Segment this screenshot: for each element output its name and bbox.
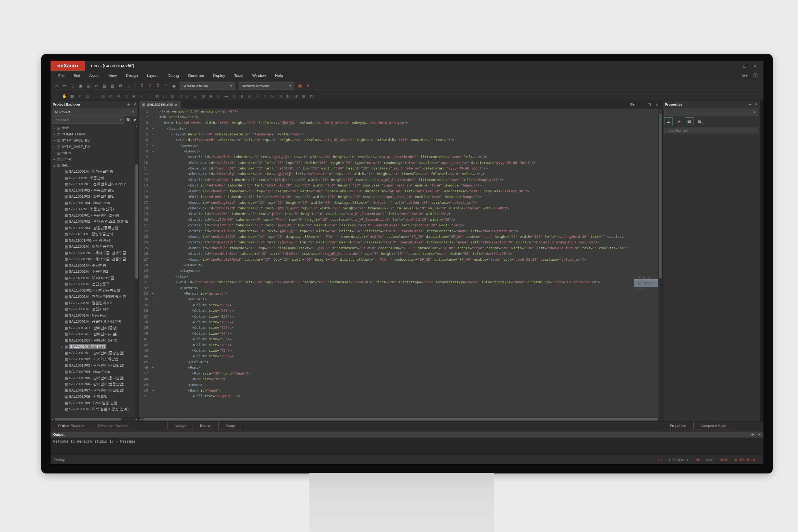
tree-item[interactable]: ▦SAL1002P02 - 부재중 리스트 조회 팝 <box>51 218 138 225</box>
menu-edit[interactable]: Edit <box>69 71 84 80</box>
debug-browser-icon[interactable]: ▣ <box>297 82 304 89</box>
search-icon[interactable]: 🔍 <box>126 118 131 122</box>
tree-item[interactable]: ▦SAL12001P02 - 체적수금- 건물수금 <box>51 256 138 263</box>
tree-item[interactable]: ▦SAL1001M - 주문관리 <box>51 175 138 181</box>
deploy-launch-icon[interactable]: ↧ <box>155 82 162 89</box>
db-object-icon[interactable]: ▮ <box>238 93 245 99</box>
code-line[interactable]: 37 <Column size="150"/> <box>139 314 658 319</box>
editor-minimize-icon[interactable]: — <box>639 103 643 107</box>
tree-item[interactable]: ▦SAL2001P05 - 판매관리(용기팝업) <box>51 375 138 381</box>
tab-design[interactable]: Design <box>167 422 193 430</box>
code-line[interactable]: 35 <Column size="80"/> <box>139 302 658 308</box>
popupdiv-icon[interactable]: ◱ <box>192 93 199 99</box>
tree-item[interactable]: ▦SAL15001M - 검침값등록 <box>51 281 138 288</box>
tab-list-icon[interactable]: ☰▾ <box>630 103 634 107</box>
code-line[interactable]: 44 <Column size="150"/> <box>139 353 658 359</box>
script-object-icon[interactable]: ◵ <box>246 93 253 99</box>
menu-layout[interactable]: Layout <box>142 71 163 80</box>
imageviewer-icon[interactable]: ◳ <box>215 93 222 99</box>
calendar-icon[interactable]: ▣ <box>208 93 214 99</box>
tree-item[interactable]: ▦SAL15001P01 - 검침값등록팝업 <box>51 287 138 294</box>
frame2-icon[interactable]: ◷ <box>277 93 284 99</box>
close-icon[interactable]: ✕ <box>758 433 761 437</box>
tab-resource-explorer[interactable]: Resource Explorer <box>91 422 135 430</box>
listbox-icon[interactable]: ☰ <box>146 93 153 99</box>
code-editor[interactable]: 1<?xml version="1.0" encoding="utf-8"?>2… <box>139 109 658 417</box>
tree-item[interactable]: ▦SAL20001M - 공급대비 사용현황 <box>51 319 138 325</box>
screen-type-dropdown[interactable]: ScreenDeskTop▼ <box>180 82 235 90</box>
code-line[interactable]: 41 <Column size="60"/> <box>139 336 658 342</box>
menu-design[interactable]: Design <box>121 71 142 80</box>
tree-item[interactable]: ▦SAL13001M - 수금현황 <box>51 262 138 269</box>
code-line[interactable]: 15 <Combo id="cboWhCd" taborder="6" top=… <box>139 188 658 194</box>
code-line[interactable]: 3− <Form id="SAL2001M" width="1600" heig… <box>139 120 658 126</box>
tree-item[interactable]: ▦SAL2001D02 - 판매관리(시설) <box>51 331 138 338</box>
code-line[interactable]: 23 <Combo id="cboSaleSfCd" taborder="14"… <box>139 234 658 240</box>
tree-item[interactable]: ▸▤portlet <box>51 156 138 163</box>
tree-item[interactable]: ▸▦SAL2001M - 판매관리 <box>51 344 138 350</box>
tree-item[interactable]: ▦SAL1002M - 주문관리(신규) <box>51 206 138 212</box>
code-line[interactable]: 47 <Row size="30" band="head"/> <box>139 370 658 376</box>
code-line[interactable]: 46− <Rows> <box>139 365 658 370</box>
tree-item[interactable]: ▦SAL2001P07 - 판매관리(시설팝업) <box>51 387 138 394</box>
new-file-icon[interactable]: ▯ <box>69 82 76 89</box>
code-line[interactable]: 24 <Static id="staSalDt01" taborder="15"… <box>139 240 658 245</box>
tab-close-icon[interactable]: ✕ <box>174 103 177 107</box>
build-launch-icon[interactable]: ↧ <box>147 82 153 89</box>
tree-item[interactable]: ▤exlUrl <box>51 150 138 156</box>
save-all-icon[interactable]: ▤ <box>85 82 92 89</box>
open-project-icon[interactable]: ▱ <box>53 82 60 89</box>
menu-view[interactable]: View <box>104 71 121 80</box>
tree-item[interactable]: ▸▤SYTM_BASE_PM <box>51 144 138 150</box>
div-icon[interactable]: ⊡ <box>184 93 191 99</box>
minimize-button[interactable]: – <box>734 63 736 68</box>
close-icon[interactable]: ✕ <box>133 102 136 107</box>
code-line[interactable]: 25 <Combo id="cboSfCd" taborder="16" top… <box>139 245 658 251</box>
code-line[interactable]: 34− <Columns> <box>139 296 658 302</box>
copy-icon[interactable]: ▥ <box>101 82 108 89</box>
grid-find-icon[interactable]: ◫ <box>122 93 130 99</box>
close-button[interactable]: ✕ <box>753 63 757 68</box>
tab-computed-style[interactable]: Computed Style <box>694 422 733 430</box>
project-search-input[interactable]: Input text▼ <box>52 116 125 124</box>
properties-filter-input[interactable]: Input filter text <box>664 127 758 134</box>
xml-datas-icon[interactable]: ▨ <box>200 93 207 99</box>
toolbar-overflow-icon[interactable]: ☰▾ <box>742 73 748 78</box>
tree-item[interactable]: ▦SAL18001M - 검침지시서 <box>51 306 138 312</box>
code-line[interactable]: 30 </Div> <box>139 274 658 279</box>
tree-item[interactable]: ▦SAL1001P02 - 품목조회팝업 <box>51 187 138 194</box>
lock-icon[interactable]: ◩ <box>308 93 315 99</box>
filter-icon[interactable]: ▼ <box>133 118 137 122</box>
code-line[interactable]: 9 <Static id="staSalDt" taborder="0" tex… <box>139 154 658 159</box>
menu-file[interactable]: File <box>54 71 69 80</box>
tree-horizontal-scrollbar[interactable]: ◀ ▶ <box>51 417 138 421</box>
tree-grid-icon[interactable]: ▧ <box>169 93 176 99</box>
property-pages-icon[interactable]: ▤ <box>685 117 694 125</box>
code-line[interactable]: 45 </Columns> <box>139 359 658 365</box>
export-icon[interactable]: ↥ <box>262 93 268 99</box>
tree-item[interactable]: ▦SAL17001M - 일일집계표2 <box>51 300 138 306</box>
tree-item[interactable]: ▦SAL1001P03 - 화면설정팝업 <box>51 194 138 200</box>
menu-deploy[interactable]: Deploy <box>209 71 230 80</box>
pin-icon[interactable]: ✛ <box>751 433 754 437</box>
tree-item[interactable]: ▦SAL2001P06 - 판매관리(반품팝업) <box>51 381 138 387</box>
tree-item[interactable]: ▦SAL1001P04 - New Form <box>51 200 138 206</box>
categorized-sort-icon[interactable]: ☰↓ <box>664 117 673 125</box>
code-line[interactable]: 43 <Column size="75"/> <box>139 348 658 353</box>
code-line[interactable]: 7− <Layouts> <box>139 142 658 148</box>
code-line[interactable]: 51 <Cell text="거래처코드"/> <box>139 393 658 399</box>
code-line[interactable]: 36 <Column size="200"/> <box>139 308 658 314</box>
tree-item[interactable]: ▦SAL1001P01 - 전화번호관리-Popup <box>51 181 138 188</box>
alphabetic-sort-icon[interactable]: A↓ <box>675 118 683 125</box>
tree-item[interactable]: ▦SAL14001M - 체적OCR수금 <box>51 275 138 281</box>
code-line[interactable]: 21 <Static id="staItWh01" taborder="11" … <box>139 222 658 228</box>
tree-item[interactable]: ▦SAL2001P02 - 거래처조회팝업 <box>51 356 138 363</box>
code-line[interactable]: 10 <Calendar id="calStrDt" taborder="2" … <box>139 160 658 166</box>
tree-item[interactable]: ▸▤cmm <box>51 125 138 131</box>
tree-item[interactable]: ▦SAL2001D03 - 판매관리(용기) <box>51 337 138 344</box>
help-icon[interactable]: ? <box>753 73 758 78</box>
editor-close-icon[interactable]: ✕ <box>656 103 658 107</box>
settings-icon[interactable]: ⚙ <box>117 82 124 89</box>
tree-item[interactable]: ▦SAL12001P01 - 체적수금- 선택수금 <box>51 250 138 256</box>
code-line[interactable]: 48 <Row size="30"/> <box>139 376 658 382</box>
